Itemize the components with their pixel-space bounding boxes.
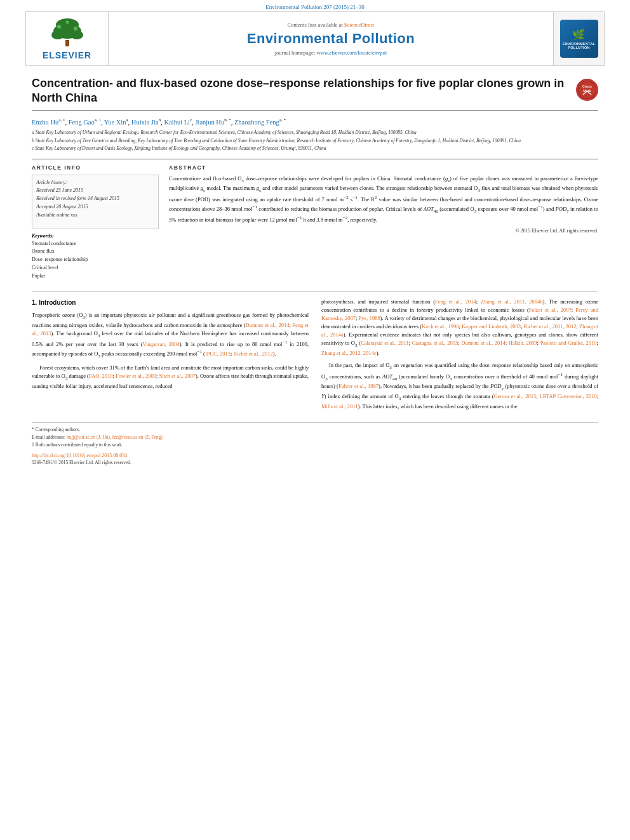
affiliation-a: a State Key Laboratory of Urban and Regi… (32, 130, 598, 137)
elsevier-tree-icon (45, 17, 90, 49)
footnote-corresponding: * Corresponding authors. (32, 427, 598, 432)
contents-label: Contents lists available at ScienceDirec… (288, 22, 375, 28)
ref-sitch-2007[interactable]: Sitch et al., 2007 (159, 373, 196, 379)
elsevier-wordmark: ELSEVIER (43, 50, 91, 60)
svg-point-3 (70, 30, 83, 39)
intro-para-1: Tropospheric ozone (O3) is an important … (32, 311, 309, 360)
footnote-email-link[interactable]: hujj@caf.ac.cn (J. Hu), fzz@rcees.ac.cn … (67, 434, 164, 440)
intro-para-3: photosynthesis, and impaired stomatal fu… (321, 298, 598, 358)
crossmark-icon[interactable]: Cross Mark (576, 79, 598, 101)
article-info-abstract-section: ARTICLE INFO Article history: Received 2… (32, 159, 598, 281)
body-content: 1. Introduction Tropospheric ozone (O3) … (32, 298, 598, 415)
ref-fuhrer-1997[interactable]: Fuhrer et al., 1997 (338, 383, 379, 389)
keyword-5: Poplar (32, 272, 159, 281)
ref-paoletti-2010[interactable]: Paoletti and Grulke, 2010 (540, 340, 597, 346)
ref-kopper-2003[interactable]: Kopper and Lindroth, 2003 (462, 323, 521, 330)
ref-richet-2011[interactable]: Richet et al., 2011, 2012 (523, 323, 576, 330)
article-info-header: ARTICLE INFO (32, 164, 159, 171)
ref-richet-2012[interactable]: Richet et al., 2012 (234, 350, 273, 357)
ref-felzer-2007[interactable]: Felzer et al., 2007 (529, 307, 572, 313)
svg-text:Mark: Mark (583, 89, 591, 93)
ref-fowler-2009[interactable]: Fowler et al., 2009 (116, 373, 156, 379)
journal-badge-icon: 🌿 (572, 29, 585, 41)
section-divider (32, 291, 598, 291)
intro-para-4: In the past, the impact of O3 on vegetat… (321, 361, 598, 411)
keywords-label: Keywords: (32, 233, 159, 239)
ref-dumont-2014[interactable]: Dumont et al., 2014 (246, 322, 290, 328)
article-history: Article history: Received 25 June 2015 R… (36, 179, 154, 220)
journal-badge-section: 🌿 ENVIRONMENTALPOLLUTION (553, 12, 604, 65)
elsevier-logo: ELSEVIER (43, 17, 91, 60)
available-online: Available online xxx (36, 211, 154, 220)
ref-castagna-2015[interactable]: Castagna et al., 2015 (412, 340, 459, 346)
svg-point-5 (57, 25, 61, 29)
affiliation-b: b State Key Laboratory of Tree Genetics … (32, 138, 598, 145)
body-col-right: photosynthesis, and impaired stomatal fu… (321, 298, 598, 415)
accepted-date: Accepted 20 August 2015 (36, 203, 154, 211)
author-zhaozhong-feng[interactable]: Zhaozhong Feng (234, 118, 279, 125)
svg-text:Cross: Cross (582, 84, 592, 88)
history-label: Article history: (36, 179, 154, 187)
svg-point-7 (65, 21, 69, 24)
ref-halkio-2009[interactable]: Hälkiö, 2009 (509, 340, 537, 346)
intro-para-2: Forest ecosystems, which cover 31% of th… (32, 364, 309, 390)
ref-fao-2010[interactable]: FAO, 2010 (89, 373, 113, 379)
copyright-line: © 2015 Elsevier Ltd. All rights reserved… (169, 228, 598, 234)
footnotes-section: * Corresponding authors. E-mail addresse… (32, 422, 598, 465)
svg-point-6 (74, 27, 77, 30)
ref-feng-2014[interactable]: Feng et al., 2014 (435, 298, 476, 305)
ref-zhang-2011[interactable]: Zhang et al., 2011, 2014b (481, 298, 542, 305)
author-kaihui-li[interactable]: Kaihui Li (164, 118, 190, 125)
footnote-emails: E-mail addresses: hujj@caf.ac.cn (J. Hu)… (32, 434, 598, 440)
ref-ipcc-2013[interactable]: IPCC, 2013 (205, 350, 231, 357)
keywords-list: Stomatal conductance Ozone flux Dose–res… (32, 240, 159, 281)
ref-calatayud-2011[interactable]: Calatayud et al., 2011 (361, 340, 409, 346)
keywords-section: Keywords: Stomatal conductance Ozone flu… (32, 233, 159, 281)
ref-mills-2011[interactable]: Mills et al., 2011 (321, 403, 358, 410)
journal-reference: Environmental Pollution 207 (2015) 21–30 (0, 0, 630, 11)
ref-gerosa-2015[interactable]: Gerosa et al., 2015 (494, 393, 537, 399)
ref-zhang-2012[interactable]: Zhang et al., 2012, 2014c (321, 350, 377, 356)
section-1-heading: 1. Introduction (32, 298, 309, 308)
article-history-box: Article history: Received 25 June 2015 R… (32, 175, 159, 229)
elsevier-logo-section: ELSEVIER (26, 12, 109, 65)
footnote-equal: 1 Both authors contributed equally to th… (32, 442, 598, 448)
main-content: Concentration- and flux-based ozone dose… (0, 66, 630, 476)
author-jianjun-hu[interactable]: Jianjun Hu (195, 118, 224, 125)
abstract-column: ABSTRACT Concentration- and flux-based O… (169, 164, 598, 281)
author-feng-gao[interactable]: Feng Gao (69, 118, 95, 125)
crossmark-badge: Cross Mark (576, 79, 598, 101)
homepage-link[interactable]: www.elsevier.com/locate/envpol (316, 50, 387, 56)
author-enzhu-hu[interactable]: Enzhu Hu (32, 118, 58, 125)
article-title-section: Concentration- and flux-based ozone dose… (32, 76, 598, 110)
keyword-4: Critical level (32, 264, 159, 272)
homepage-line: journal homepage: www.elsevier.com/locat… (275, 50, 387, 56)
ref-vingarzan-2004[interactable]: Vingarzan, 2004 (143, 341, 180, 347)
issn-line: 0269-7491/© 2015 Elsevier Ltd. All right… (32, 460, 598, 465)
doi-link[interactable]: http://dx.doi.org/10.1016/j.envpol.2015.… (32, 453, 598, 458)
sciencedirect-link[interactable]: ScienceDirect (344, 22, 375, 28)
authors-line: Enzhu Hua, 1, Feng Gaoa, 1, Yue Xina, Hu… (32, 117, 598, 127)
ref-pye-1988[interactable]: Pye, 1988 (359, 315, 380, 321)
svg-rect-4 (65, 40, 69, 46)
ref-dumont-2014b[interactable]: Dumont et al., 2014 (461, 340, 505, 346)
body-col-left: 1. Introduction Tropospheric ozone (O3) … (32, 298, 309, 415)
article-title: Concentration- and flux-based ozone dose… (32, 76, 570, 106)
article-info-column: ARTICLE INFO Article history: Received 2… (32, 164, 159, 281)
affiliations: a State Key Laboratory of Urban and Regi… (32, 130, 598, 152)
journal-title-section: Contents lists available at ScienceDirec… (109, 12, 553, 65)
ref-koch-1998[interactable]: Koch et al., 1998 (422, 323, 459, 330)
received-date: Received 25 June 2015 (36, 187, 154, 195)
ref-lrtap-2010[interactable]: LRTAP Convention, 2010 (539, 393, 596, 399)
keyword-1: Stomatal conductance (32, 240, 159, 248)
journal-badge-text: ENVIRONMENTALPOLLUTION (563, 42, 595, 50)
keyword-3: Dose–response relationship (32, 256, 159, 264)
abstract-header: ABSTRACT (169, 164, 598, 171)
journal-header: ELSEVIER Contents lists available at Sci… (25, 11, 605, 66)
revised-date: Received in revised form 14 August 2015 (36, 195, 154, 203)
author-yue-xin[interactable]: Yue Xin (104, 118, 126, 125)
author-huixia-jia[interactable]: Huixia Jia (131, 118, 159, 125)
svg-point-2 (51, 30, 64, 39)
journal-badge: 🌿 ENVIRONMENTALPOLLUTION (560, 20, 598, 58)
journal-name: Environmental Pollution (247, 30, 415, 47)
